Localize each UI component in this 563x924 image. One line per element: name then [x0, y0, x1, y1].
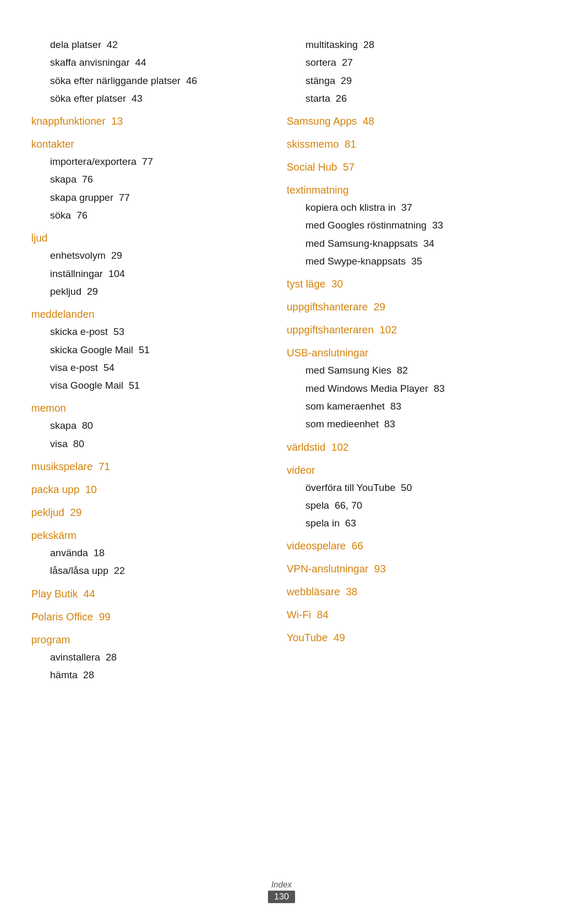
sub-item: inställningar 104 — [31, 266, 271, 282]
category-item: YouTube 49 — [287, 629, 532, 646]
sub-item: enhetsvolym 29 — [31, 247, 271, 264]
category-item: uppgiftshanterare 29 — [287, 298, 532, 316]
sub-item: multitasking 28 — [287, 37, 532, 53]
page-content: dela platser 42skaffa anvisningar 44söka… — [0, 21, 563, 685]
category-item: meddelanden — [31, 305, 271, 323]
sub-item: söka efter platser 43 — [31, 90, 271, 107]
sub-item: skaffa anvisningar 44 — [31, 54, 271, 71]
category-item: Social Hub 57 — [287, 158, 532, 176]
sub-item: stänga 29 — [287, 73, 532, 89]
category-item: videospelare 66 — [287, 537, 532, 555]
sub-item: visa 80 — [31, 436, 271, 452]
sub-item: spela in 63 — [287, 515, 532, 532]
sub-item: starta 26 — [287, 90, 532, 107]
category-item: pekljud 29 — [31, 503, 271, 521]
category-item: Polaris Office 99 — [31, 608, 271, 626]
right-column: multitasking 28sortera 27stänga 29starta… — [282, 37, 532, 647]
sub-item: med Swype-knappsats 35 — [287, 253, 532, 270]
category-item: tyst läge 30 — [287, 275, 532, 293]
sub-item: skicka Google Mail 51 — [31, 342, 271, 358]
sub-item: med Samsung-knappsats 34 — [287, 235, 532, 252]
sub-item: skapa 76 — [31, 171, 271, 188]
sub-item: som kameraenhet 83 — [287, 398, 532, 415]
category-item: musikspelare 71 — [31, 458, 271, 475]
footer-page: 130 — [268, 891, 295, 903]
category-item: USB-anslutningar — [287, 344, 532, 362]
category-item: videor — [287, 461, 532, 479]
sub-item: visa e-post 54 — [31, 359, 271, 376]
sub-item: importera/exportera 77 — [31, 153, 271, 170]
category-item: Wi-Fi 84 — [287, 606, 532, 623]
sub-item: söka efter närliggande platser 46 — [31, 73, 271, 89]
sub-item: skapa grupper 77 — [31, 189, 271, 206]
sub-item: kopiera och klistra in 37 — [287, 199, 532, 216]
sub-item: låsa/låsa upp 22 — [31, 562, 271, 579]
footer: Index 130 — [0, 880, 563, 903]
category-item: knappfunktioner 13 — [31, 112, 271, 130]
category-item: packa upp 10 — [31, 481, 271, 498]
sub-item: avinstallera 28 — [31, 649, 271, 666]
category-item: pekskärm — [31, 526, 271, 544]
sub-item: med Googles röstinmatning 33 — [287, 217, 532, 234]
category-item: uppgiftshanteraren 102 — [287, 321, 532, 339]
sub-item: som medieenhet 83 — [287, 416, 532, 433]
sub-item: dela platser 42 — [31, 37, 271, 53]
sub-item: skapa 80 — [31, 417, 271, 434]
category-item: memon — [31, 399, 271, 417]
sub-item: överföra till YouTube 50 — [287, 479, 532, 496]
category-item: webbläsare 38 — [287, 583, 532, 601]
category-item: Play Butik 44 — [31, 585, 271, 603]
category-item: kontakter — [31, 135, 271, 153]
sub-item: visa Google Mail 51 — [31, 377, 271, 394]
category-item: skissmemo 81 — [287, 135, 532, 153]
category-item: VPN-anslutningar 93 — [287, 560, 532, 578]
sub-item: med Windows Media Player 83 — [287, 380, 532, 397]
category-item: program — [31, 631, 271, 649]
category-item: ljud — [31, 229, 271, 247]
sub-item: använda 18 — [31, 545, 271, 561]
sub-item: skicka e-post 53 — [31, 323, 271, 340]
sub-item: spela 66, 70 — [287, 497, 532, 514]
sub-item: pekljud 29 — [31, 283, 271, 300]
sub-item: med Samsung Kies 82 — [287, 362, 532, 379]
category-item: Samsung Apps 48 — [287, 112, 532, 130]
category-item: världstid 102 — [287, 438, 532, 456]
sub-item: sortera 27 — [287, 54, 532, 71]
sub-item: hämta 28 — [31, 667, 271, 683]
left-column: dela platser 42skaffa anvisningar 44söka… — [31, 37, 282, 685]
category-item: textinmatning — [287, 181, 532, 199]
sub-item: söka 76 — [31, 207, 271, 224]
footer-label: Index — [0, 880, 563, 890]
